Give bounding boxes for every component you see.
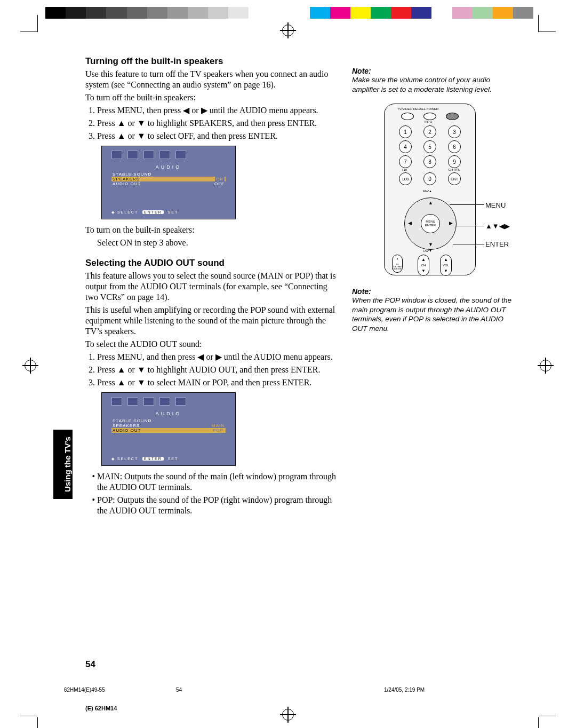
dpad: ▲ ▼ ◀ ▶ MENUENTER: [404, 197, 457, 250]
side-column: Note: Make sure the volume control of yo…: [352, 56, 512, 333]
model-code: (E) 62HM14: [85, 705, 117, 711]
step: Press ▲ or ▼ to highlight SPEAKERS, and …: [97, 118, 341, 129]
crop-mark: [20, 31, 37, 31]
note-block: Note: Make sure the volume control of yo…: [352, 67, 512, 94]
chapter-side-tab-label: Using the TV’s Features: [63, 430, 82, 499]
osd-footer: ◆ SELECT ENTER SET: [111, 210, 178, 215]
callout-line: [450, 204, 484, 205]
registration-target: [280, 22, 296, 38]
post-instruction-sub: Select ON in step 3 above.: [97, 238, 341, 248]
num-4: 4: [399, 140, 412, 153]
num-2: 2: [423, 125, 436, 138]
step: Press ▲ or ▼ to select OFF, and then pre…: [97, 131, 341, 141]
crop-mark: [538, 717, 539, 728]
footer-page: 54: [176, 687, 182, 693]
tvvideo-button: [401, 113, 414, 120]
note-text: When the POP window is closed, the sound…: [352, 296, 512, 333]
step: Press MENU, then press ◀ or ▶ until the …: [97, 105, 341, 116]
page: Using the TV’s Features Turning off the …: [53, 56, 523, 675]
note-text: Make sure the volume control of your aud…: [352, 75, 512, 94]
crop-mark: [539, 31, 556, 31]
callout-enter: ENTER: [485, 240, 509, 248]
crop-mark: [538, 15, 539, 32]
num-5: 5: [423, 140, 436, 153]
plus10-button: 100: [399, 172, 412, 185]
step: Press ▲ or ▼ to select MAIN or POP, and …: [97, 377, 341, 388]
osd-tabs: [111, 397, 186, 406]
power-button: [446, 113, 459, 120]
note-heading: Note:: [352, 67, 512, 75]
crop-mark: [20, 716, 37, 716]
recall-button: [423, 113, 436, 120]
ent-button: ENT: [448, 172, 461, 185]
main-column: Turning off the built-in speakers Use th…: [85, 56, 341, 519]
callout-arrows: ▲▼◀▶: [485, 222, 510, 230]
menu-enter-button: MENUENTER: [421, 214, 440, 233]
callout-line: [456, 226, 484, 226]
num-9: 9: [448, 155, 461, 168]
osd-menu-title: AUDIO: [102, 164, 235, 170]
registration-target: [22, 358, 38, 374]
num-0: 0: [423, 172, 436, 185]
osd-tabs: [111, 151, 186, 159]
callout-menu: MENU: [485, 201, 506, 209]
page-number: 54: [85, 659, 95, 670]
osd-audioout: AUDIO STABLE SOUND SPEAKERSMAIN AUDIO OU…: [101, 392, 236, 466]
bullet-list: MAIN: Outputs the sound of the main (lef…: [97, 471, 341, 516]
lead-in: To select the AUDIO OUT sound:: [85, 339, 341, 350]
paragraph: This is useful when amplifying or record…: [85, 305, 341, 337]
num-6: 6: [448, 140, 461, 153]
chapter-side-tab: Using the TV’s Features: [53, 430, 73, 499]
num-3: 3: [448, 125, 461, 138]
footer-timestamp: 1/24/05, 2:19 PM: [384, 687, 425, 693]
steps-list-audioout: Press MENU, and then press ◀ or ▶ until …: [97, 352, 341, 388]
crop-mark: [539, 716, 556, 716]
footer-filename: 62HM14(E)49-55: [64, 687, 105, 693]
bullet: MAIN: Outputs the sound of the main (lef…: [97, 471, 341, 493]
osd-footer: ◆ SELECT ENTER SET: [111, 457, 178, 461]
steps-list-speakers: Press MENU, then press ◀ or ▶ until the …: [97, 105, 341, 141]
remote-illustration: TV/VIDEO RECALL POWER INFO 123 456 789 +…: [384, 104, 476, 275]
post-instruction: To turn on the built-in speakers:: [85, 225, 341, 235]
num-8: 8: [423, 155, 436, 168]
step: Press ▲ or ▼ to highlight AUDIO OUT, and…: [97, 365, 341, 375]
print-color-bar: [45, 7, 533, 19]
lead-in: To turn off the built-in speakers:: [85, 92, 341, 103]
intro-paragraph: Use this feature to turn off the TV spea…: [85, 69, 341, 90]
note-heading: Note:: [352, 287, 512, 296]
ch-rocker: ▲CH▼: [418, 255, 429, 276]
osd-items: STABLE SOUND SPEAKERSMAIN AUDIO OUTPOP: [111, 418, 226, 433]
intro-paragraph: This feature allows you to select the so…: [85, 271, 341, 303]
mode-selector: ▲TV CBL/SAT VCR DVD: [392, 255, 403, 273]
osd-items: STABLE SOUND SPEAKERSON AUDIO OUTOFF: [111, 172, 226, 186]
section-heading-speakers: Turning off the built-in speakers: [85, 56, 341, 67]
osd-menu-title: AUDIO: [102, 411, 235, 416]
section-heading-audioout: Selecting the AUDIO OUT sound: [85, 258, 341, 268]
bullet: POP: Outputs the sound of the POP (right…: [97, 495, 341, 516]
callout-line: [453, 244, 484, 244]
step: Press MENU, and then press ◀ or ▶ until …: [97, 352, 341, 362]
num-7: 7: [399, 155, 412, 168]
registration-target: [280, 707, 296, 723]
osd-speakers: AUDIO STABLE SOUND SPEAKERSON AUDIO OUTO…: [101, 146, 236, 219]
registration-target: [538, 358, 554, 374]
num-1: 1: [399, 125, 412, 138]
crop-mark: [37, 15, 38, 32]
note-block: Note: When the POP window is closed, the…: [352, 287, 512, 333]
crop-mark: [37, 717, 38, 728]
vol-rocker: ▲VOL▼: [440, 255, 452, 276]
